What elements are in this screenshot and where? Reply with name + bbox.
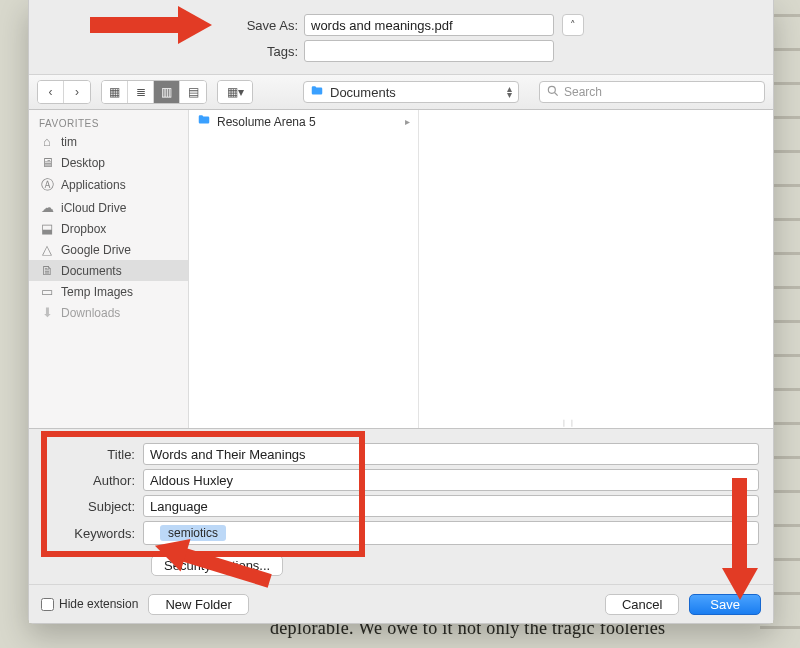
title-input[interactable] <box>143 443 759 465</box>
sidebar-item-label: Documents <box>61 264 122 278</box>
sidebar-item-dropbox[interactable]: ⬓ Dropbox <box>29 218 188 239</box>
sidebar-item-label: Applications <box>61 178 126 192</box>
browser-column-0[interactable]: Resolume Arena 5 ▸ <box>189 110 419 428</box>
svg-line-1 <box>555 92 558 95</box>
cloud-icon: ☁ <box>39 200 55 215</box>
columns-icon: ▥ <box>161 85 172 99</box>
cancel-button[interactable]: Cancel <box>605 594 679 615</box>
folder-icon: ▭ <box>39 284 55 299</box>
search-placeholder: Search <box>564 85 602 99</box>
forward-button[interactable]: › <box>64 81 90 103</box>
sidebar-item-label: Downloads <box>61 306 120 320</box>
sidebar-item-icloud[interactable]: ☁ iCloud Drive <box>29 197 188 218</box>
keywords-label: Keywords: <box>43 526 143 541</box>
grid-icon: ▦ <box>109 85 120 99</box>
sidebar-item-label: iCloud Drive <box>61 201 126 215</box>
grid-dropdown-icon: ▦▾ <box>227 85 244 99</box>
folder-icon <box>197 113 211 130</box>
view-list-button[interactable]: ≣ <box>128 81 154 103</box>
home-icon: ⌂ <box>39 134 55 149</box>
folder-row-label: Resolume Arena 5 <box>217 115 316 129</box>
documents-icon: 🗎 <box>39 263 55 278</box>
gallery-icon: ▤ <box>188 85 199 99</box>
sidebar-item-label: Desktop <box>61 156 105 170</box>
hide-extension-checkbox[interactable]: Hide extension <box>41 597 138 611</box>
sidebar-item-label: Temp Images <box>61 285 133 299</box>
dropbox-icon: ⬓ <box>39 221 55 236</box>
sidebar-item-documents[interactable]: 🗎 Documents <box>29 260 188 281</box>
pdf-metadata-panel: Title: Author: Subject: Keywords: semiot… <box>29 429 773 585</box>
svg-point-0 <box>548 86 555 93</box>
desktop-icon: 🖥 <box>39 155 55 170</box>
chevron-left-icon: ‹ <box>49 85 53 99</box>
location-label: Documents <box>330 85 396 100</box>
sidebar-item-googledrive[interactable]: △ Google Drive <box>29 239 188 260</box>
hide-extension-label: Hide extension <box>59 597 138 611</box>
subject-label: Subject: <box>43 499 143 514</box>
hide-extension-box[interactable] <box>41 598 54 611</box>
author-label: Author: <box>43 473 143 488</box>
sidebar-item-desktop[interactable]: 🖥 Desktop <box>29 152 188 173</box>
folder-row-resolume[interactable]: Resolume Arena 5 ▸ <box>189 110 418 133</box>
sidebar: Favorites ⌂ tim 🖥 Desktop Ⓐ Applications… <box>29 110 189 428</box>
browser-empty-column: ❘❘ <box>419 110 773 428</box>
sidebar-item-label: Google Drive <box>61 243 131 257</box>
search-field[interactable]: Search <box>539 81 765 103</box>
title-label: Title: <box>43 447 143 462</box>
saveas-label: Save As: <box>49 18 304 33</box>
sidebar-item-applications[interactable]: Ⓐ Applications <box>29 173 188 197</box>
chevron-right-icon: › <box>75 85 79 99</box>
view-mode-segment: ▦ ≣ ▥ ▤ <box>101 80 207 104</box>
expand-toggle-button[interactable]: ˄ <box>562 14 584 36</box>
updown-chevron-icon: ▴▾ <box>507 86 512 98</box>
chevron-up-icon: ˄ <box>570 19 576 32</box>
sidebar-section-header: Favorites <box>29 114 188 131</box>
list-icon: ≣ <box>136 85 146 99</box>
subject-input[interactable] <box>143 495 759 517</box>
arrange-button[interactable]: ▦▾ <box>218 81 252 103</box>
folder-icon <box>310 84 324 101</box>
sidebar-item-downloads[interactable]: ⬇ Downloads <box>29 302 188 323</box>
view-gallery-button[interactable]: ▤ <box>180 81 206 103</box>
view-column-button[interactable]: ▥ <box>154 81 180 103</box>
tags-input[interactable] <box>304 40 554 62</box>
security-options-button[interactable]: Security Options... <box>151 555 283 576</box>
back-button[interactable]: ‹ <box>38 81 64 103</box>
keyword-token[interactable]: semiotics <box>160 525 226 541</box>
chevron-right-icon: ▸ <box>405 116 410 127</box>
googledrive-icon: △ <box>39 242 55 257</box>
view-icon-button[interactable]: ▦ <box>102 81 128 103</box>
location-popup-button[interactable]: Documents ▴▾ <box>303 81 519 103</box>
saveas-input[interactable] <box>304 14 554 36</box>
applications-icon: Ⓐ <box>39 176 55 194</box>
sidebar-item-label: Dropbox <box>61 222 106 236</box>
finder-toolbar: ‹ › ▦ ≣ ▥ ▤ ▦▾ Documents ▴▾ <box>29 74 773 110</box>
sidebar-item-label: tim <box>61 135 77 149</box>
arrange-segment: ▦▾ <box>217 80 253 104</box>
column-resize-handle-icon[interactable]: ❘❘ <box>561 419 577 427</box>
download-icon: ⬇ <box>39 305 55 320</box>
keywords-input[interactable]: semiotics <box>143 521 759 545</box>
sidebar-item-tim[interactable]: ⌂ tim <box>29 131 188 152</box>
search-icon <box>546 84 560 101</box>
dialog-bottom-bar: Hide extension New Folder Cancel Save <box>29 585 773 623</box>
file-browser: Favorites ⌂ tim 🖥 Desktop Ⓐ Applications… <box>29 110 773 429</box>
nav-back-forward: ‹ › <box>37 80 91 104</box>
sidebar-item-tempimages[interactable]: ▭ Temp Images <box>29 281 188 302</box>
tags-label: Tags: <box>49 44 304 59</box>
save-button[interactable]: Save <box>689 594 761 615</box>
save-dialog-sheet: Save As: ˄ Tags: ‹ › ▦ ≣ ▥ ▤ <box>28 0 774 624</box>
author-input[interactable] <box>143 469 759 491</box>
new-folder-button[interactable]: New Folder <box>148 594 248 615</box>
saveas-area: Save As: ˄ Tags: <box>29 0 773 74</box>
